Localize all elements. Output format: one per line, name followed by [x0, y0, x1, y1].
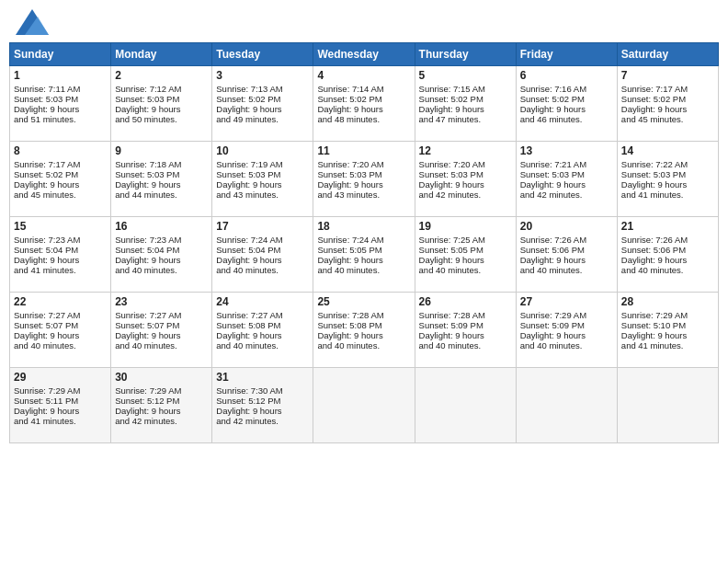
day-info-line: Sunset: 5:04 PM	[216, 245, 309, 255]
day-info-line: Sunset: 5:02 PM	[317, 94, 410, 104]
logo-icon	[16, 9, 49, 35]
day-info-line: Daylight: 9 hours	[216, 104, 309, 114]
day-info-line: and 40 minutes.	[115, 340, 208, 350]
calendar-header-sunday: Sunday	[10, 43, 111, 66]
day-info-line: and 40 minutes.	[520, 340, 613, 350]
day-info-line: and 46 minutes.	[520, 114, 613, 124]
day-info-line: Daylight: 9 hours	[419, 179, 512, 190]
day-info-line: Sunset: 5:03 PM	[115, 169, 208, 179]
day-number: 10	[216, 144, 309, 157]
day-info-line: Daylight: 9 hours	[14, 406, 107, 416]
day-info-line: Daylight: 9 hours	[115, 104, 208, 114]
day-number: 14	[621, 144, 714, 157]
calendar-cell: 14Sunrise: 7:22 AMSunset: 5:03 PMDayligh…	[617, 142, 718, 217]
calendar-cell	[617, 368, 718, 443]
day-info-line: Daylight: 9 hours	[317, 330, 410, 340]
day-info-line: Sunrise: 7:11 AM	[14, 84, 107, 94]
calendar-cell: 5Sunrise: 7:15 AMSunset: 5:02 PMDaylight…	[415, 66, 516, 142]
day-info-line: Sunrise: 7:25 AM	[419, 235, 512, 245]
day-info-line: Sunrise: 7:27 AM	[216, 310, 309, 320]
day-number: 27	[520, 295, 613, 308]
day-info-line: Sunrise: 7:20 AM	[419, 159, 512, 169]
day-info-line: Sunset: 5:05 PM	[419, 245, 512, 255]
calendar-cell: 27Sunrise: 7:29 AMSunset: 5:09 PMDayligh…	[516, 293, 617, 368]
calendar-week-2: 8Sunrise: 7:17 AMSunset: 5:02 PMDaylight…	[10, 142, 719, 217]
day-number: 6	[520, 69, 613, 82]
day-info-line: Sunset: 5:12 PM	[115, 396, 208, 406]
day-info-line: Sunset: 5:04 PM	[14, 245, 107, 255]
day-info-line: Sunrise: 7:26 AM	[520, 235, 613, 245]
day-info-line: Sunrise: 7:18 AM	[115, 159, 208, 169]
calendar-cell: 20Sunrise: 7:26 AMSunset: 5:06 PMDayligh…	[516, 217, 617, 293]
day-info-line: Sunset: 5:02 PM	[14, 169, 107, 179]
day-info-line: and 45 minutes.	[621, 114, 714, 124]
day-info-line: Sunrise: 7:24 AM	[317, 235, 410, 245]
calendar-header-friday: Friday	[516, 43, 617, 66]
day-info-line: and 42 minutes.	[419, 190, 512, 200]
calendar-header-wednesday: Wednesday	[313, 43, 415, 66]
day-info-line: Daylight: 9 hours	[419, 255, 512, 265]
day-info-line: Sunrise: 7:29 AM	[520, 310, 613, 320]
day-info-line: and 41 minutes.	[621, 190, 714, 200]
calendar-cell: 10Sunrise: 7:19 AMSunset: 5:03 PMDayligh…	[212, 142, 313, 217]
day-info-line: and 44 minutes.	[115, 190, 208, 200]
day-info-line: Sunset: 5:02 PM	[419, 94, 512, 104]
calendar-cell: 28Sunrise: 7:29 AMSunset: 5:10 PMDayligh…	[617, 293, 718, 368]
day-number: 19	[419, 220, 512, 233]
day-info-line: Daylight: 9 hours	[14, 330, 107, 340]
day-info-line: Sunset: 5:11 PM	[14, 396, 107, 406]
calendar-cell: 29Sunrise: 7:29 AMSunset: 5:11 PMDayligh…	[10, 368, 111, 443]
day-number: 4	[317, 69, 410, 82]
day-info-line: Daylight: 9 hours	[520, 255, 613, 265]
calendar-header-saturday: Saturday	[617, 43, 718, 66]
day-info-line: Sunset: 5:09 PM	[419, 320, 512, 330]
day-info-line: Daylight: 9 hours	[520, 330, 613, 340]
day-number: 20	[520, 220, 613, 233]
day-info-line: Sunrise: 7:20 AM	[317, 159, 410, 169]
day-info-line: Sunrise: 7:28 AM	[419, 310, 512, 320]
day-info-line: and 42 minutes.	[216, 416, 309, 426]
calendar-cell: 26Sunrise: 7:28 AMSunset: 5:09 PMDayligh…	[415, 293, 516, 368]
calendar-cell: 13Sunrise: 7:21 AMSunset: 5:03 PMDayligh…	[516, 142, 617, 217]
calendar-cell: 21Sunrise: 7:26 AMSunset: 5:06 PMDayligh…	[617, 217, 718, 293]
day-info-line: Sunset: 5:02 PM	[621, 94, 714, 104]
calendar-cell: 2Sunrise: 7:12 AMSunset: 5:03 PMDaylight…	[111, 66, 212, 142]
day-info-line: Sunrise: 7:29 AM	[115, 385, 208, 396]
calendar-week-1: 1Sunrise: 7:11 AMSunset: 5:03 PMDaylight…	[10, 66, 719, 142]
day-info-line: and 42 minutes.	[115, 416, 208, 426]
day-info-line: Sunset: 5:07 PM	[14, 320, 107, 330]
day-info-line: Daylight: 9 hours	[14, 255, 107, 265]
day-info-line: Daylight: 9 hours	[14, 104, 107, 114]
day-info-line: and 40 minutes.	[216, 340, 309, 350]
day-number: 12	[419, 144, 512, 157]
day-info-line: Sunrise: 7:23 AM	[14, 235, 107, 245]
day-info-line: Daylight: 9 hours	[216, 330, 309, 340]
calendar-cell	[516, 368, 617, 443]
day-info-line: Sunset: 5:03 PM	[14, 94, 107, 104]
calendar-cell: 19Sunrise: 7:25 AMSunset: 5:05 PMDayligh…	[415, 217, 516, 293]
calendar-cell: 12Sunrise: 7:20 AMSunset: 5:03 PMDayligh…	[415, 142, 516, 217]
calendar-header-monday: Monday	[111, 43, 212, 66]
day-info-line: Daylight: 9 hours	[216, 179, 309, 190]
day-info-line: and 43 minutes.	[317, 190, 410, 200]
day-info-line: Sunrise: 7:16 AM	[520, 84, 613, 94]
day-info-line: Sunset: 5:03 PM	[419, 169, 512, 179]
day-info-line: Daylight: 9 hours	[621, 330, 714, 340]
day-info-line: and 40 minutes.	[317, 340, 410, 350]
day-info-line: and 48 minutes.	[317, 114, 410, 124]
day-info-line: and 40 minutes.	[317, 265, 410, 275]
day-number: 3	[216, 69, 309, 82]
day-info-line: Daylight: 9 hours	[216, 406, 309, 416]
day-number: 8	[14, 144, 107, 157]
day-info-line: Sunset: 5:03 PM	[317, 169, 410, 179]
calendar-week-3: 15Sunrise: 7:23 AMSunset: 5:04 PMDayligh…	[10, 217, 719, 293]
day-info-line: Daylight: 9 hours	[621, 104, 714, 114]
day-number: 15	[14, 220, 107, 233]
day-info-line: Sunrise: 7:17 AM	[621, 84, 714, 94]
day-info-line: Sunset: 5:07 PM	[115, 320, 208, 330]
calendar-cell: 15Sunrise: 7:23 AMSunset: 5:04 PMDayligh…	[10, 217, 111, 293]
calendar-cell: 8Sunrise: 7:17 AMSunset: 5:02 PMDaylight…	[10, 142, 111, 217]
day-info-line: Daylight: 9 hours	[14, 179, 107, 190]
day-number: 1	[14, 69, 107, 82]
day-info-line: Sunrise: 7:27 AM	[115, 310, 208, 320]
